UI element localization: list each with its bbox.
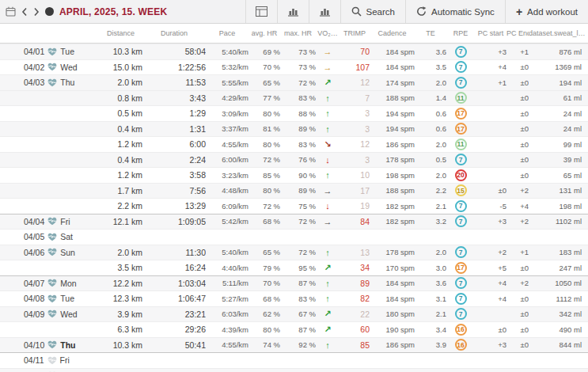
table-row-day[interactable]: 04/07Mon12.2 km1:03:045:11/km70 %87 %↑89… <box>0 275 588 291</box>
weekday-label: Sun <box>60 248 75 257</box>
rpe-cell: 7 <box>446 46 475 58</box>
table-row-lap[interactable]: 1.7 km7:564:48/km80 %89 %→17188 spm2.215… <box>0 183 588 199</box>
max-hr-cell: 67 % <box>280 309 316 318</box>
trimp-cell: 10 <box>340 170 370 180</box>
trimp-cell: 13 <box>340 248 370 257</box>
column-header-rpe[interactable]: RPE <box>446 29 475 37</box>
rpe-badge: 16 <box>455 339 467 351</box>
sweat-loss-cell: 1112 ml <box>529 294 588 303</box>
distance-cell: 1.2 km <box>99 170 142 180</box>
calendar-view-button[interactable] <box>245 0 277 23</box>
table-row-lap[interactable]: 1.2 km3:583:23/km85 %90 %↑10198 spm2.020… <box>0 167 588 183</box>
rpe-badge: 7 <box>455 246 467 258</box>
column-header-distance[interactable]: Distance <box>99 29 142 37</box>
table-row-lap[interactable]: 0.8 km3:434:29/km77 %83 %↑7188 spm1.411±… <box>0 90 588 106</box>
te-cell: 2.0 <box>415 171 446 180</box>
table-row-lap[interactable]: 0.5 km1:293:09/km80 %88 %↑3194 spm0.617±… <box>0 105 588 121</box>
search-button[interactable]: Search <box>340 0 405 23</box>
vo2-trend-cell: ↑ <box>316 340 340 350</box>
table-row-day[interactable]: 04/09Wed3.9 km23:216:03/km62 %67 %↗22180… <box>0 306 588 322</box>
max-hr-cell: 73 % <box>280 47 316 56</box>
table-row-lap[interactable]: 6.3 km29:264:39/km80 %87 %↗60190 spm3.41… <box>0 321 588 337</box>
vo2-trend-icon: ↑ <box>325 93 330 103</box>
weekday-label: Tue <box>60 294 74 303</box>
te-cell: 3.9 <box>415 340 446 349</box>
table-row-day[interactable]: 04/08Tue12.3 km1:06:475:27/km68 %83 %↑82… <box>0 290 588 306</box>
column-header-duration[interactable]: Duration <box>142 29 206 37</box>
next-week-button[interactable] <box>33 7 40 17</box>
duration-cell: 1:03:04 <box>142 279 206 288</box>
weekday-label: Wed <box>60 309 77 319</box>
duration-cell: 23:21 <box>142 309 206 319</box>
avg-hr-cell: 68 % <box>248 217 280 226</box>
date-cell: 04/04Fri <box>0 217 99 226</box>
distance-cell: 10.3 km <box>99 340 142 350</box>
vo2-trend-icon: ↑ <box>325 279 330 288</box>
pc-start-cell: +4 <box>475 279 506 287</box>
vo2-trend-icon: ↑ <box>325 170 330 180</box>
rpe-cell: 7 <box>446 61 475 73</box>
table-row-day[interactable]: 04/11Fri <box>0 352 588 368</box>
pace-cell: 6:09/km <box>206 202 248 211</box>
column-header-cadence[interactable]: Cadence <box>370 29 415 37</box>
pc-end-cell: +2 <box>506 279 529 287</box>
vo2-trend-icon: → <box>324 217 332 226</box>
trimp-cell: 70 <box>340 47 370 56</box>
table-row-lap[interactable]: 0.4 km1:313:37/km81 %89 %↑3194 spm0.617±… <box>0 121 588 137</box>
table-row-day[interactable]: 04/04Fri12.1 km1:09:055:42/km68 %72 %→84… <box>0 214 588 230</box>
column-header-pc-start[interactable]: PC start <box>475 29 506 37</box>
te-cell: 3.1 <box>415 294 446 303</box>
column-header-sweat[interactable]: dataset.sweat_l… <box>529 29 588 37</box>
calendar-icon[interactable] <box>6 6 16 17</box>
duration-cell: 6:00 <box>142 139 206 149</box>
trimp-cell: 22 <box>340 309 370 319</box>
vo2-trend-cell: → <box>316 217 340 226</box>
column-header-trimp[interactable]: TRIMP <box>340 29 370 37</box>
heartbeat-icon <box>47 309 57 318</box>
date-label: 04/09 <box>24 309 44 319</box>
cadence-cell: 182 spm <box>370 217 415 226</box>
pc-start-cell: -5 <box>475 202 506 211</box>
column-header-pace[interactable]: Pace <box>206 29 248 37</box>
table-row-day[interactable]: 04/12Sat <box>0 368 588 372</box>
chart-view-button-2[interactable] <box>309 0 340 23</box>
column-header-pc-end[interactable]: PC End <box>506 29 529 37</box>
pc-end-cell: +1 <box>506 248 529 256</box>
weekday-label: Wed <box>60 63 77 72</box>
table-row-day[interactable]: 04/01Tue10.3 km58:045:40/km69 %73 %→7018… <box>0 44 588 59</box>
rpe-cell: 17 <box>446 108 475 120</box>
column-header-avg-hr[interactable]: avg. HR <box>248 29 280 37</box>
current-period-dot-button[interactable] <box>45 7 54 16</box>
vo2-trend-cell: ↓ <box>316 201 340 211</box>
cadence-cell: 188 spm <box>370 186 415 195</box>
avg-hr-cell: 65 % <box>248 78 280 87</box>
avg-hr-cell: 65 % <box>248 248 280 256</box>
distance-cell: 12.1 km <box>99 217 142 226</box>
duration-cell: 29:26 <box>142 325 206 334</box>
prev-week-button[interactable] <box>21 7 28 17</box>
table-row-lap[interactable]: 0.4 km2:246:00/km72 %76 %↓3178 spm0.57±0… <box>0 152 588 168</box>
chart-view-button-1[interactable] <box>277 0 309 23</box>
automatic-sync-label: Automatic Sync <box>431 7 495 17</box>
te-cell: 2.2 <box>415 186 446 195</box>
date-label: 04/07 <box>24 279 44 288</box>
table-row-day[interactable]: 04/05Sat <box>0 229 588 245</box>
table-row-day[interactable]: 04/10Thu10.3 km50:414:55/km74 %92 %↑8518… <box>0 337 588 353</box>
rpe-cell: 7 <box>446 277 475 289</box>
column-header-max-hr[interactable]: max. HR <box>280 29 316 37</box>
avg-hr-cell: 85 % <box>248 171 280 180</box>
vo2-trend-cell: ↑ <box>316 124 340 134</box>
automatic-sync-button[interactable]: Automatic Sync <box>405 0 505 23</box>
table-row-day[interactable]: 04/03Thu2.0 km11:535:55/km65 %72 %↗12174… <box>0 74 588 90</box>
cadence-cell: 178 spm <box>370 248 415 256</box>
table-row-day[interactable]: 04/06Sun2.0 km11:305:40/km65 %72 %↑13178… <box>0 245 588 260</box>
table-row-lap[interactable]: 1.2 km6:004:55/km80 %83 %↘12186 spm2.011… <box>0 136 588 152</box>
pc-end-cell: ±0 <box>506 78 529 87</box>
add-workout-button[interactable]: + Add workout <box>505 0 588 23</box>
column-header-te[interactable]: TE <box>415 29 446 37</box>
column-header-vo2[interactable]: VO₂… <box>316 29 340 37</box>
table-row-lap[interactable]: 2.2 km13:296:09/km72 %75 %↓19182 spm2.17… <box>0 198 588 214</box>
table-row-day[interactable]: 04/02Wed15.0 km1:22:565:32/km70 %73 %→10… <box>0 59 588 75</box>
table-row-lap[interactable]: 3.5 km16:244:40/km79 %95 %↗34170 spm3.01… <box>0 260 588 275</box>
date-cell: 04/08Tue <box>0 294 99 303</box>
